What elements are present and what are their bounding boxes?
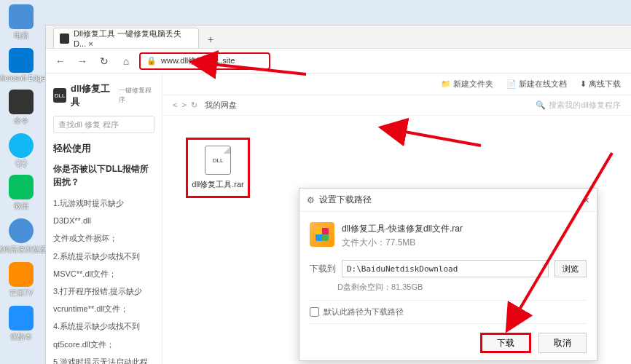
site-logo-icon: DLL	[53, 88, 66, 103]
document-icon: 📄	[506, 79, 517, 89]
gear-icon: ⚙	[307, 195, 315, 205]
new-folder-button[interactable]: 📁新建文件夹	[441, 79, 493, 90]
tab-bar: Dll修复工具 一键修复电脑丢失D... × +	[46, 25, 631, 49]
desktop-icon-sogou[interactable]: 搜狗高速浏览器	[3, 218, 39, 255]
list-item: 3.打开程序报错,提示缺少	[53, 282, 154, 300]
list-item: 文件或文件损坏；	[53, 229, 154, 247]
browser-tab[interactable]: Dll修复工具 一键修复电脑丢失D... ×	[53, 28, 199, 48]
desktop-icon-wechat[interactable]: 微信	[3, 175, 39, 211]
list-item: 2.系统提示缺少或找不到	[53, 248, 154, 265]
file-name: dll修复工具.rar	[192, 179, 244, 190]
cancel-button[interactable]: 取消	[538, 333, 587, 353]
download-to-label: 下载到	[310, 263, 336, 275]
desktop-icon-mango[interactable]: 芒果TV	[3, 262, 39, 298]
url-input[interactable]: 🔒 www.dll修复工具.site	[139, 52, 270, 70]
breadcrumb-forward[interactable]: >	[181, 100, 186, 110]
default-path-label: 默认此路径为下载路径	[324, 306, 404, 317]
breadcrumb-path[interactable]: 我的网盘	[205, 100, 237, 111]
new-online-doc-button[interactable]: 📄新建在线文档	[506, 79, 567, 90]
download-icon: ⬇	[580, 79, 587, 89]
sidebar-search-input[interactable]: 查找dll 修复 程序	[53, 116, 154, 133]
dialog-close-button[interactable]: ×	[584, 194, 589, 206]
archive-icon: DLL	[205, 146, 231, 175]
offline-download-button[interactable]: ⬇离线下载	[580, 79, 621, 90]
desktop-icon-youku[interactable]: 优酷本	[3, 306, 39, 342]
list-item: qt5core.dll文件；	[53, 336, 154, 353]
error-list: 1.玩游戏时提示缺少D3DX**.dll 文件或文件损坏； 2.系统提示缺少或找…	[53, 194, 154, 364]
dialog-file-name: dll修复工具-快速修复dll文件.rar	[342, 222, 463, 236]
desktop-icon-qq[interactable]: QQ	[3, 133, 39, 167]
desktop-icon-edge[interactable]: Microsoft Edge	[3, 48, 39, 82]
dialog-file-info: dll修复工具-快速修复dll文件.rar 文件大小：77.5MB	[310, 222, 587, 250]
dialog-title: 设置下载路径	[319, 194, 372, 206]
desktop-icon-cmd[interactable]: 命令	[3, 90, 39, 126]
lock-icon: 🔒	[146, 56, 157, 66]
dialog-file-size: 77.5MB	[385, 237, 415, 248]
download-button[interactable]: 下载	[480, 333, 531, 353]
tab-favicon-icon	[60, 33, 69, 44]
browse-button[interactable]: 浏览	[554, 260, 587, 277]
search-icon: 🔍	[536, 100, 546, 110]
url-text: www.dll修复工具.site	[161, 55, 235, 66]
dialog-header: ⚙ 设置下载路径 ×	[299, 189, 597, 212]
address-bar: ← → ↻ ⌂ 🔒 www.dll修复工具.site	[46, 49, 631, 74]
breadcrumb-back[interactable]: <	[173, 100, 177, 110]
desktop: 电脑 Microsoft Edge 命令 QQ 微信 搜狗高速浏览器 芒果TV …	[0, 0, 44, 364]
site-subtitle: 一键修复程序	[119, 86, 154, 105]
refresh-button[interactable]: ↻	[95, 52, 113, 70]
file-item-dll-rar[interactable]: DLL dll修复工具.rar	[186, 138, 250, 198]
list-item: 4.系统提示缺少或找不到	[53, 317, 154, 335]
desktop-icon-computer[interactable]: 电脑	[3, 4, 39, 41]
site-header: DLL dll修复工具 一键修复程序	[53, 82, 154, 108]
toolbar: 📁新建文件夹 📄新建在线文档 ⬇离线下载	[162, 74, 631, 95]
tab-title: Dll修复工具 一键修复电脑丢失D... ×	[74, 28, 192, 48]
folder-icon: 📁	[441, 79, 451, 89]
archive-color-icon	[310, 222, 334, 247]
free-space-label: D盘剩余空间：81.35GB	[337, 282, 587, 293]
breadcrumb: < > ↻ 我的网盘 🔍 搜索我的dll修复程序	[162, 95, 631, 116]
list-item: vcruntime**.dll文件；	[53, 300, 154, 317]
forward-button[interactable]: →	[74, 52, 91, 70]
download-path-input[interactable]: D:\BaiduNetdiskDownload	[342, 260, 549, 277]
back-button[interactable]: ←	[52, 52, 69, 70]
sidebar: DLL dll修复工具 一键修复程序 查找dll 修复 程序 轻松使用 你是否被…	[46, 74, 162, 364]
list-item: 5.游戏时提示无法启动此程序，	[53, 353, 154, 364]
default-path-checkbox[interactable]	[310, 307, 319, 317]
download-dialog: ⚙ 设置下载路径 × dll修复工具-快速修复dll文件.rar 文件大小：77…	[299, 188, 597, 361]
home-button[interactable]: ⌂	[117, 52, 135, 70]
question-text: 你是否被以下DLL报错所困扰？	[53, 162, 154, 189]
breadcrumb-refresh[interactable]: ↻	[191, 100, 197, 110]
site-title: dll修复工具	[71, 82, 114, 108]
list-item: MSVC**.dll文件；	[53, 265, 154, 282]
list-item: 1.玩游戏时提示缺少D3DX**.dll	[53, 194, 154, 229]
section-title: 轻松使用	[53, 142, 154, 155]
file-search-placeholder[interactable]: 搜索我的dll修复程序	[549, 100, 621, 111]
new-tab-button[interactable]: +	[202, 31, 219, 48]
